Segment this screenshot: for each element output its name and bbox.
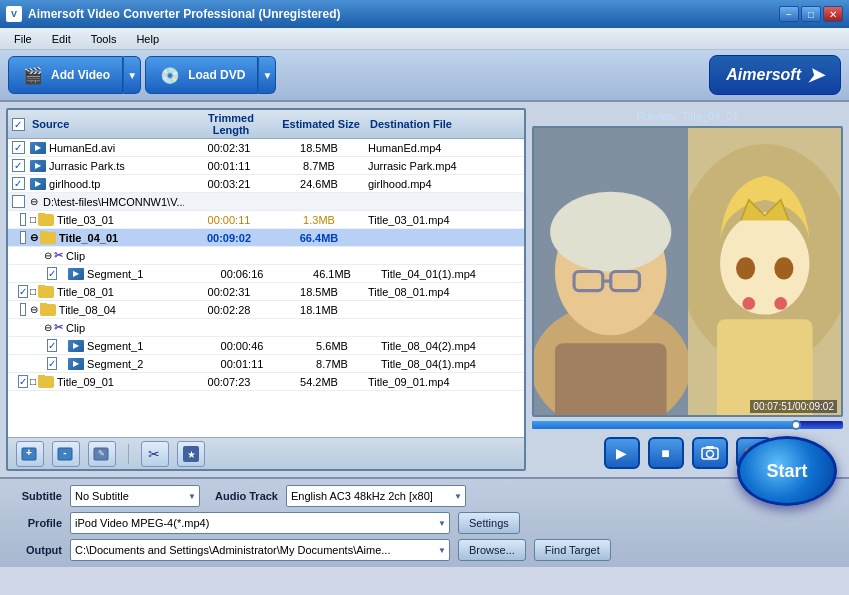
progress-bar[interactable]: [532, 421, 843, 429]
row-checkbox[interactable]: [12, 195, 25, 208]
svg-point-22: [774, 257, 793, 279]
remove-file-button[interactable]: -: [52, 441, 80, 467]
expand-icon: ⊖: [30, 304, 38, 315]
header-dest: Destination File: [366, 116, 524, 132]
profile-label: Profile: [12, 517, 62, 529]
file-panel: Source Trimmed Length Estimated Size Des…: [6, 108, 526, 471]
logo-arrow-icon: ➤: [807, 63, 824, 87]
video-left-frame: [534, 128, 688, 415]
subtitle-row: Subtitle No Subtitle Audio Track English…: [12, 485, 837, 507]
film-icon: ▶: [30, 142, 46, 154]
folder-icon: [40, 232, 56, 244]
add-video-group: 🎬 Add Video ▼: [8, 56, 141, 94]
output-label: Output: [12, 544, 62, 556]
edit-file-button[interactable]: ✎: [88, 441, 116, 467]
select-all-checkbox[interactable]: [12, 118, 25, 131]
menu-help[interactable]: Help: [126, 31, 169, 47]
add-video-button[interactable]: 🎬 Add Video: [8, 56, 123, 94]
menu-bar: File Edit Tools Help: [0, 28, 849, 50]
header-check[interactable]: [8, 116, 28, 133]
preview-title: Preview: Title_04_01: [532, 108, 843, 126]
title-bar: V Aimersoft Video Converter Professional…: [0, 0, 849, 28]
svg-rect-27: [706, 446, 714, 449]
play-button[interactable]: ▶: [604, 437, 640, 469]
add-file-button[interactable]: +: [16, 441, 44, 467]
film-icon: ▶: [68, 268, 84, 280]
row-checkbox[interactable]: [12, 177, 25, 190]
add-video-dropdown[interactable]: ▼: [123, 56, 141, 94]
film-icon: ▶: [68, 358, 84, 370]
table-row[interactable]: ▶ girlhood.tp 00:03:21 24.6MB girlhood.m…: [8, 175, 524, 193]
table-row[interactable]: ▶ Jurrasic Park.ts 00:01:11 8.7MB Jurras…: [8, 157, 524, 175]
table-header: Source Trimmed Length Estimated Size Des…: [8, 110, 524, 139]
expand-icon: ⊖: [30, 232, 38, 243]
svg-point-26: [706, 451, 713, 458]
header-trimmed: Trimmed Length: [186, 110, 276, 138]
load-dvd-group: 💿 Load DVD ▼: [145, 56, 276, 94]
load-dvd-button[interactable]: 💿 Load DVD: [145, 56, 258, 94]
file-list: ▶ HumanEd.avi 00:02:31 18.5MB HumanEd.mp…: [8, 139, 524, 437]
row-checkbox[interactable]: [18, 375, 28, 388]
folder-icon: [38, 286, 54, 298]
clip-icon: ✂: [54, 249, 63, 262]
output-dropdown[interactable]: C:\Documents and Settings\Administrator\…: [70, 539, 450, 561]
profile-row: Profile iPod Video MPEG-4(*.mp4) Setting…: [12, 512, 837, 534]
load-dvd-icon: 💿: [158, 63, 182, 87]
expand-icon: ⊖: [44, 250, 52, 261]
settings-button[interactable]: Settings: [458, 512, 520, 534]
table-row[interactable]: ⊖ Title_08_04 00:02:28 18.1MB: [8, 301, 524, 319]
audio-dropdown[interactable]: English AC3 48kHz 2ch [x80]: [286, 485, 466, 507]
row-checkbox[interactable]: [20, 303, 26, 316]
table-row[interactable]: ⊖✂ Clip: [8, 247, 524, 265]
close-button[interactable]: ✕: [823, 6, 843, 22]
audio-label: Audio Track: [208, 490, 278, 502]
progress-handle[interactable]: [791, 420, 801, 430]
add-video-icon: 🎬: [21, 63, 45, 87]
svg-point-23: [742, 297, 755, 310]
table-row[interactable]: □ Title_08_01 00:02:31 18.5MB Title_08_0…: [8, 283, 524, 301]
svg-text:✎: ✎: [98, 449, 105, 458]
restore-button[interactable]: □: [801, 6, 821, 22]
table-row[interactable]: □ Title_03_01 00:00:11 1.3MB Title_03_01…: [8, 211, 524, 229]
effect-button[interactable]: ★: [177, 441, 205, 467]
start-button[interactable]: Start: [737, 436, 837, 506]
subtitle-label: Subtitle: [12, 490, 62, 502]
row-checkbox[interactable]: [20, 213, 26, 226]
browse-button[interactable]: Browse...: [458, 539, 526, 561]
video-right-frame: [688, 128, 842, 415]
subtitle-dropdown[interactable]: No Subtitle: [70, 485, 200, 507]
table-row[interactable]: ⊖✂ Clip: [8, 319, 524, 337]
load-dvd-dropdown[interactable]: ▼: [258, 56, 276, 94]
profile-dropdown[interactable]: iPod Video MPEG-4(*.mp4): [70, 512, 450, 534]
expand-icon: □: [30, 286, 36, 297]
table-row[interactable]: ▶ HumanEd.avi 00:02:31 18.5MB HumanEd.mp…: [8, 139, 524, 157]
row-checkbox[interactable]: [12, 141, 25, 154]
row-checkbox[interactable]: [18, 285, 28, 298]
table-row[interactable]: ⊖ Title_04_01 00:09:02 66.4MB: [8, 229, 524, 247]
snapshot-button[interactable]: [692, 437, 728, 469]
window-controls: − □ ✕: [779, 6, 843, 22]
header-source: Source: [28, 116, 186, 132]
trim-button[interactable]: ✂: [141, 441, 169, 467]
minimize-button[interactable]: −: [779, 6, 799, 22]
clip-icon: ✂: [54, 321, 63, 334]
find-target-button[interactable]: Find Target: [534, 539, 611, 561]
table-row[interactable]: ▶ Segment_2 00:01:11 8.7MB Title_08_04(1…: [8, 355, 524, 373]
row-checkbox[interactable]: [12, 159, 25, 172]
stop-button[interactable]: ■: [648, 437, 684, 469]
table-row[interactable]: ⊖ D:\test-files\HMCONNW1\V...: [8, 193, 524, 211]
file-panel-toolbar: + - ✎ ✂: [8, 437, 524, 469]
aimersoft-logo: Aimersoft ➤: [709, 55, 841, 95]
menu-edit[interactable]: Edit: [42, 31, 81, 47]
table-row[interactable]: ▶ Segment_1 00:06:16 46.1MB Title_04_01(…: [8, 265, 524, 283]
table-row[interactable]: ▶ Segment_1 00:00:46 5.6MB Title_08_04(2…: [8, 337, 524, 355]
table-row[interactable]: □ Title_09_01 00:07:23 54.2MB Title_09_0…: [8, 373, 524, 391]
menu-file[interactable]: File: [4, 31, 42, 47]
svg-point-24: [774, 297, 787, 310]
folder-icon: [38, 376, 54, 388]
menu-tools[interactable]: Tools: [81, 31, 127, 47]
svg-rect-16: [555, 343, 667, 415]
app-title: Aimersoft Video Converter Professional (…: [28, 7, 773, 21]
row-checkbox[interactable]: [20, 231, 26, 244]
progress-fill: [532, 421, 796, 429]
